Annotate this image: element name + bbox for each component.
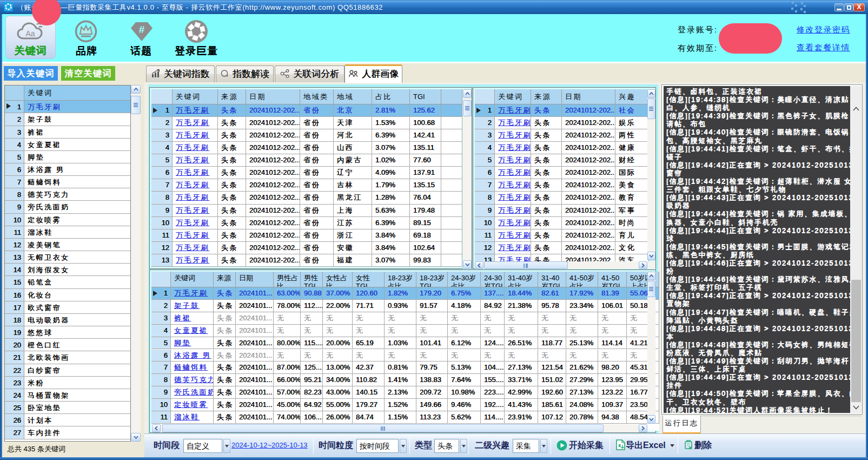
svg-text:#: # [139, 24, 145, 35]
svg-text:Aa: Aa [25, 29, 35, 38]
